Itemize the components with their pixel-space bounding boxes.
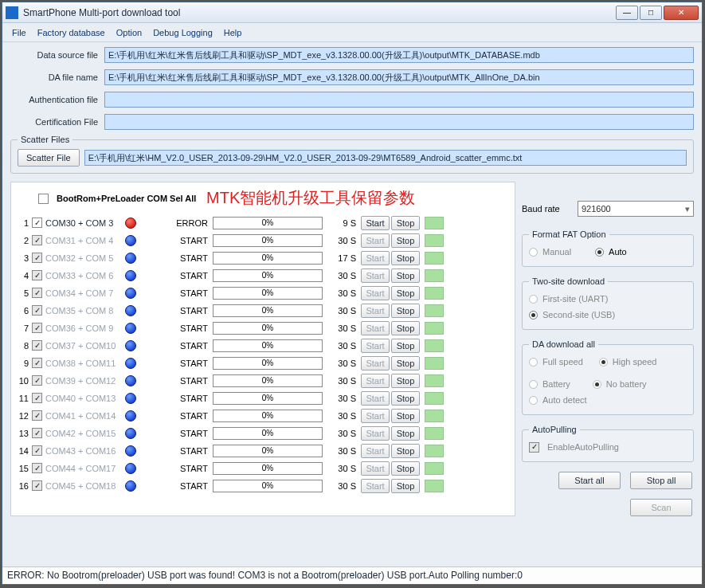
menu-file[interactable]: File [12, 28, 26, 37]
stop-button[interactable]: Stop [391, 356, 420, 370]
close-button[interactable]: ✕ [664, 6, 699, 20]
auto-detect-label: Auto detect [542, 395, 587, 405]
start-button[interactable]: Start [361, 339, 390, 353]
stop-button[interactable]: Stop [391, 374, 420, 388]
stop-button[interactable]: Stop [391, 479, 420, 493]
scatter-file-input[interactable]: E:\手机用\红米\HM_V2.0_USER_2013-09-29\HM_V2.… [84, 150, 687, 166]
scatter-fieldset: Scatter Files Scatter File E:\手机用\红米\HM_… [10, 135, 694, 174]
elapsed-time: 30 S [332, 376, 361, 386]
enable-autopulling-checkbox[interactable] [529, 442, 539, 453]
auto-radio[interactable] [595, 248, 604, 257]
port-checkbox[interactable] [32, 393, 42, 403]
elapsed-time: 30 S [332, 429, 361, 438]
status-dot-icon [125, 428, 136, 439]
port-checkbox[interactable] [32, 480, 42, 491]
start-button[interactable]: Start [361, 321, 390, 335]
scan-button[interactable]: Scan [630, 499, 692, 516]
port-name: COM36 + COM 9 [45, 323, 123, 333]
baud-select[interactable]: 921600 [578, 201, 694, 217]
port-checkbox[interactable] [32, 358, 42, 368]
port-status: START [166, 446, 213, 456]
start-button[interactable]: Start [361, 233, 390, 248]
start-button[interactable]: Start [361, 356, 390, 370]
stop-button[interactable]: Stop [391, 444, 420, 458]
manual-radio[interactable] [529, 248, 538, 257]
start-button[interactable]: Start [361, 444, 390, 458]
progress-bar: 0% [213, 322, 323, 335]
start-button[interactable]: Start [361, 426, 390, 441]
progress-bar: 0% [213, 427, 323, 440]
port-index: 12 [18, 411, 32, 421]
port-index: 7 [18, 323, 32, 333]
start-button[interactable]: Start [361, 374, 390, 388]
stop-button[interactable]: Stop [391, 321, 420, 335]
second-site-radio[interactable] [529, 311, 538, 319]
port-checkbox[interactable] [32, 445, 42, 456]
port-name: COM37 + COM10 [45, 341, 123, 351]
start-button[interactable]: Start [361, 269, 390, 283]
port-checkbox[interactable] [32, 375, 42, 386]
full-speed-radio[interactable] [529, 358, 538, 367]
stop-button[interactable]: Stop [391, 409, 420, 423]
menu-factory-database[interactable]: Factory database [37, 28, 105, 37]
auth-file-input[interactable] [104, 92, 694, 108]
stop-button[interactable]: Stop [391, 339, 420, 353]
start-button[interactable]: Start [361, 216, 390, 230]
stop-button[interactable]: Stop [391, 461, 420, 476]
port-checkbox[interactable] [32, 305, 42, 316]
progress-bar: 0% [213, 480, 323, 492]
auth-file-label: Authentication file [10, 95, 104, 104]
no-battery-radio[interactable] [593, 380, 601, 389]
start-button[interactable]: Start [361, 391, 390, 406]
start-button[interactable]: Start [361, 409, 390, 423]
stop-button[interactable]: Stop [391, 269, 420, 283]
port-checkbox[interactable] [32, 428, 42, 438]
menu-help[interactable]: Help [224, 28, 242, 37]
port-checkbox[interactable] [32, 410, 42, 421]
stop-button[interactable]: Stop [391, 391, 420, 406]
port-checkbox[interactable] [32, 218, 42, 228]
menu-option[interactable]: Option [116, 28, 142, 37]
maximize-button[interactable]: □ [640, 6, 662, 20]
status-dot-icon [125, 235, 136, 246]
first-site-radio[interactable] [529, 295, 538, 304]
stop-button[interactable]: Stop [391, 304, 420, 318]
port-checkbox[interactable] [32, 323, 42, 333]
port-status: START [166, 411, 213, 421]
start-all-button[interactable]: Start all [558, 472, 621, 489]
start-button[interactable]: Start [361, 304, 390, 318]
start-button[interactable]: Start [361, 479, 390, 493]
da-file-input[interactable]: E:\手机用\红米\红米售后线刷工具和驱动\SP_MDT_exe_v3.1328… [104, 69, 694, 85]
stop-all-button[interactable]: Stop all [630, 472, 692, 489]
scatter-file-button[interactable]: Scatter File [18, 149, 80, 167]
minimize-button[interactable]: — [616, 6, 638, 20]
select-all-checkbox[interactable] [38, 194, 49, 204]
port-checkbox[interactable] [32, 253, 42, 263]
high-speed-radio[interactable] [599, 358, 608, 367]
menu-debug-logging[interactable]: Debug Logging [153, 28, 213, 37]
stop-button[interactable]: Stop [391, 251, 420, 265]
stop-button[interactable]: Stop [391, 233, 420, 248]
cert-file-input[interactable] [104, 114, 694, 130]
port-checkbox[interactable] [32, 235, 42, 245]
start-button[interactable]: Start [361, 251, 390, 265]
stop-button[interactable]: Stop [391, 216, 420, 230]
port-name: COM39 + COM12 [45, 376, 123, 386]
start-button[interactable]: Start [361, 286, 390, 300]
port-checkbox[interactable] [32, 463, 42, 473]
stop-button[interactable]: Stop [391, 426, 420, 441]
titlebar[interactable]: SmartPhone Multi-port download tool — □ … [2, 2, 702, 23]
data-source-label: Data source file [10, 50, 104, 60]
data-source-input[interactable]: E:\手机用\红米\红米售后线刷工具和驱动\SP_MDT_exe_v3.1328… [104, 47, 694, 63]
port-index: 2 [18, 236, 32, 245]
auto-detect-radio[interactable] [529, 396, 538, 405]
port-row: 11COM40 + COM13START0%30 SStartStop [18, 390, 508, 406]
port-checkbox[interactable] [32, 340, 42, 351]
port-checkbox[interactable] [32, 288, 42, 298]
port-row: 5COM34 + COM 7START0%30 SStartStop [18, 284, 508, 301]
manual-label: Manual [542, 247, 571, 257]
port-checkbox[interactable] [32, 270, 42, 280]
start-button[interactable]: Start [361, 461, 390, 476]
stop-button[interactable]: Stop [391, 286, 420, 300]
battery-radio[interactable] [529, 380, 538, 389]
